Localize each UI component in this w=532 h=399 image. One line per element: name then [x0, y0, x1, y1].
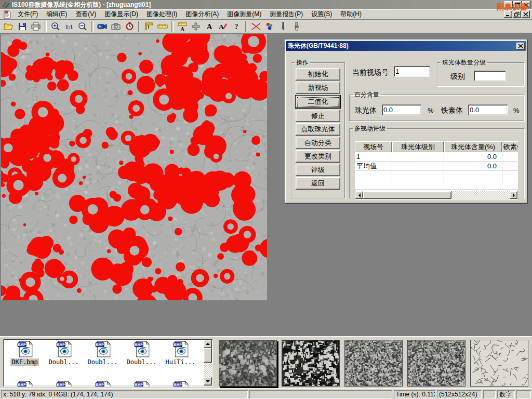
file-item[interactable] — [44, 380, 83, 387]
scroll-left-button[interactable] — [355, 191, 363, 199]
file-item[interactable]: DKF.bmp — [5, 340, 44, 366]
menu-item-settings[interactable]: 设置(S) — [307, 9, 336, 20]
menu-item-image-measure[interactable]: 图像测量(M) — [223, 9, 265, 20]
ruler-icon[interactable] — [156, 21, 169, 32]
menu-item-image-display[interactable]: 图像显示(D) — [100, 9, 142, 20]
thumbnail-image-5[interactable] — [470, 340, 528, 387]
scroll-down-button[interactable] — [204, 377, 212, 385]
rating-table-header: 视场号 珠光体级别 珠光体含量(%) 铁素体含量(%) — [355, 141, 518, 152]
file-item[interactable] — [161, 380, 200, 387]
auto-classify-button[interactable]: 自动分类 — [296, 137, 340, 149]
svg-text:?: ? — [235, 23, 238, 31]
open-icon[interactable] — [3, 21, 15, 32]
thumbnail-image-1[interactable] — [219, 340, 277, 387]
pick-pearlite-button[interactable]: 点取珠光体 — [296, 123, 340, 136]
table-row[interactable]: 平均值 0.0 — [355, 162, 518, 171]
zoom-in-icon[interactable] — [49, 21, 62, 32]
annotate-icon[interactable]: A — [217, 21, 229, 32]
thumbnail-image-4[interactable] — [407, 340, 466, 387]
menu-item-file[interactable]: 文件(F) — [14, 9, 42, 20]
table-row[interactable]: 1 0.0 — [355, 152, 518, 162]
save-icon[interactable] — [16, 21, 29, 32]
video-camera-icon[interactable] — [96, 21, 109, 32]
pearlite-dialog: 珠光体(GB/T9441-88) 操作 初始化 新视场 二值化 修正 点取珠光体… — [285, 39, 528, 204]
correct-button[interactable]: 修正 — [296, 110, 340, 122]
file-item[interactable]: Doubl... — [122, 340, 161, 366]
thumbnail-image-3[interactable] — [344, 340, 403, 387]
particle-analysis-icon[interactable] — [263, 21, 276, 32]
scroll-up-button[interactable] — [204, 340, 212, 348]
file-name: Doubl... — [126, 358, 158, 366]
current-field-label: 当前视场号 — [352, 68, 389, 77]
svg-text:A: A — [219, 23, 224, 31]
scroll-thumb[interactable] — [204, 348, 212, 363]
file-item[interactable] — [122, 380, 161, 387]
pearlite-label: 珠光体 — [355, 106, 377, 115]
bmp-file-icon — [172, 340, 190, 358]
dialog-title-bar[interactable]: 珠光体(GB/T9441-88) — [286, 41, 526, 51]
operations-group: 操作 初始化 新视场 二值化 修正 点取珠光体 自动分类 更改类别 评级 返回 — [291, 58, 345, 198]
grading-group: 珠光体数量分级 级别 — [437, 58, 524, 86]
grading-group-title: 珠光体数量分级 — [441, 58, 487, 67]
cell-field-no: 平均值 — [355, 162, 392, 170]
table-horizontal-scrollbar[interactable] — [355, 191, 517, 199]
grid-cross-icon[interactable] — [190, 21, 202, 32]
caliper-icon[interactable] — [143, 21, 155, 32]
menu-item-image-process[interactable]: 图像处理(I) — [142, 9, 181, 20]
help-icon[interactable]: ? — [230, 21, 243, 32]
cell-ferrite — [502, 152, 518, 161]
thumbnail-image-2[interactable] — [282, 340, 340, 387]
curve-tool-icon[interactable] — [250, 21, 262, 32]
binarize-button[interactable]: 二值化 — [295, 95, 341, 109]
initialize-button[interactable]: 初始化 — [296, 68, 340, 81]
timer-icon[interactable] — [123, 21, 136, 32]
text-icon[interactable]: A — [203, 21, 216, 32]
measure-text-icon[interactable]: A — [176, 21, 189, 32]
level-label: 级别 — [450, 72, 465, 82]
level-input[interactable] — [474, 71, 506, 81]
print-icon[interactable] — [30, 21, 42, 32]
rating-table[interactable]: 视场号 珠光体级别 珠光体含量(%) 铁素体含量(%) 1 0.0 平均值 — [355, 141, 518, 200]
menu-item-image-analyze[interactable]: 图像分析(A) — [181, 9, 223, 20]
menu-item-view[interactable]: 查看(V) — [71, 9, 100, 20]
cell-content: 0.0 — [444, 152, 502, 161]
micrograph-image[interactable] — [1, 34, 267, 300]
multi-field-group-title: 多视场评级 — [353, 124, 387, 133]
dialog-close-button[interactable] — [516, 43, 525, 50]
menu-item-help[interactable]: 帮助(H) — [336, 9, 366, 20]
empty-panel — [249, 390, 392, 398]
actual-size-icon[interactable]: 1:1 — [63, 21, 75, 32]
scroll-thumb[interactable] — [363, 191, 451, 199]
svg-text:A: A — [180, 26, 184, 31]
pearlite-input[interactable] — [382, 104, 421, 115]
new-field-button[interactable]: 新视场 — [296, 82, 340, 94]
change-class-button[interactable]: 更改类别 — [296, 150, 340, 163]
grade-button[interactable]: 评级 — [296, 164, 340, 176]
file-item[interactable] — [83, 380, 122, 387]
pen-icon[interactable] — [277, 21, 289, 32]
file-item[interactable]: Doubl... — [44, 340, 83, 366]
file-browser[interactable]: DKF.bmp Doubl... Doubl... Doubl... HuiTi… — [3, 339, 213, 387]
file-item[interactable] — [5, 380, 44, 387]
camera-icon[interactable] — [110, 21, 122, 32]
file-item[interactable]: Doubl... — [83, 340, 122, 366]
document-icon[interactable] — [3, 10, 11, 19]
current-field-input[interactable] — [394, 66, 430, 77]
workspace: 珠光体(GB/T9441-88) 操作 初始化 新视场 二值化 修正 点取珠光体… — [0, 33, 532, 336]
window-title: IS100显微摄像系统(金相分析版) - [zhuguangti01] — [12, 1, 151, 9]
ferrite-input[interactable] — [468, 104, 508, 115]
file-item[interactable]: HuiTi... — [161, 340, 200, 366]
brush-icon[interactable] — [290, 21, 303, 32]
bmp-file-icon — [172, 380, 190, 387]
watermark-text: 阳泉仪器 — [497, 3, 528, 12]
app-title-bar: IS100显微摄像系统(金相分析版) - [zhuguangti01] — [0, 0, 532, 9]
svg-text:A: A — [207, 23, 212, 31]
zoom-out-icon[interactable] — [76, 21, 89, 32]
menu-item-report[interactable]: 测量报告(P) — [265, 9, 307, 20]
ferrite-label: 铁素体 — [441, 106, 463, 115]
file-browser-scrollbar[interactable] — [204, 340, 212, 385]
scroll-right-button[interactable] — [510, 191, 517, 199]
return-button[interactable]: 返回 — [296, 177, 340, 190]
bmp-file-icon — [94, 380, 112, 387]
menu-item-edit[interactable]: 编辑(E) — [42, 9, 71, 20]
